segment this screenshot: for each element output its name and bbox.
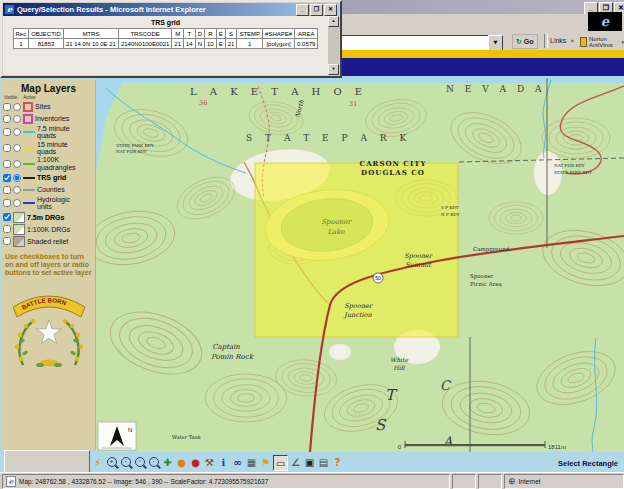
layer-row-inventories: Inventories [2, 112, 95, 124]
svg-text:Hill: Hill [394, 364, 406, 371]
print-tool[interactable]: ▤ [317, 455, 330, 469]
query-results-window: e Query/Selection Results - Microsoft In… [0, 0, 342, 78]
north-arrow: N [98, 422, 136, 450]
layer-row-hydro: Hydrologic units [2, 195, 95, 211]
relief-visible-checkbox[interactable] [3, 237, 11, 245]
find-tool[interactable]: ∞ [231, 455, 244, 469]
label-nevada: N E V A D A [446, 84, 545, 94]
links-chevron-icon[interactable]: » [570, 37, 574, 45]
hammer-tool[interactable]: ⚒ [203, 455, 216, 469]
zoom-in-tool[interactable]: + [105, 455, 118, 469]
layer-row-sites: Sites [2, 100, 95, 112]
svg-text:N: N [128, 427, 132, 433]
hydro-active-radio[interactable] [13, 199, 21, 207]
popup-restore-button[interactable]: ❐ [310, 4, 323, 16]
sites-visible-checkbox[interactable] [3, 103, 11, 111]
100kquads-active-radio[interactable] [13, 160, 21, 168]
zoom-out-tool[interactable]: - [119, 455, 132, 469]
identify-tool[interactable]: ℹ [217, 455, 230, 469]
popup-scrollbar[interactable]: ▲ ▼ [328, 16, 339, 75]
label-section-31: 31 [349, 100, 357, 108]
zoom-extent-tool[interactable]: · [147, 455, 160, 469]
refresh-tool[interactable]: ⚡ [91, 455, 104, 469]
trsgrid-legend-icon [23, 177, 35, 179]
label-captain-pomin: Captain [212, 343, 240, 351]
100kdrgs-visible-checkbox[interactable] [3, 225, 11, 233]
zoom-box-tool[interactable]: ▫ [133, 455, 146, 469]
svg-text:Pomin Rock: Pomin Rock [211, 353, 255, 361]
go-icon: ↻ [516, 38, 522, 45]
scroll-up-icon[interactable]: ▲ [328, 16, 339, 27]
label-lake-tahoe: L A K E T A H O E [190, 86, 367, 97]
label-spooner-junction: Spooner [344, 302, 372, 310]
map-layers-panel: Map Layers VisibleActive Sites Inventori… [2, 80, 96, 450]
75quads-active-radio[interactable] [13, 128, 21, 136]
pan-tool[interactable]: ✚ [161, 455, 174, 469]
relief-thumbnail-icon [13, 236, 25, 247]
address-dropdown-icon[interactable]: ▼ [488, 35, 503, 51]
inventories-visible-checkbox[interactable] [3, 115, 11, 123]
results-data-row: 181853 21 14.0N 10.0E 212140N0100E0021 2… [13, 39, 318, 49]
results-table-title: TRS grid [3, 19, 328, 26]
hydro-legend-icon [23, 202, 35, 204]
svg-text:Summit: Summit [405, 261, 432, 269]
popup-close-button[interactable]: ✕ [324, 4, 337, 16]
norton-antivirus-button[interactable]: Norton AntiVirus ▾ [580, 36, 624, 48]
label-white-hill: White [390, 356, 408, 363]
toolbar-separator [544, 34, 548, 48]
map-canvas[interactable]: 50 L A K E T A H O E N E V A D A S T A T… [96, 78, 624, 452]
inventories-active-radio[interactable] [13, 115, 21, 123]
100kquads-visible-checkbox[interactable] [3, 160, 11, 168]
label-douglas-co: DOUGLAS CO [361, 168, 425, 177]
layer-row-15quads: 15 minute quads [2, 140, 95, 156]
sites-legend-icon [23, 102, 33, 112]
trsgrid-active-radio[interactable] [13, 174, 21, 182]
trsgrid-visible-checkbox[interactable] [3, 174, 11, 182]
svg-text:STATE PARK BDY: STATE PARK BDY [554, 170, 592, 175]
query-results-content: TRS grid RecOBJECTID MTRSTRSCODE MT DR E… [3, 16, 328, 75]
page-icon: e [6, 476, 16, 487]
status-cell-1 [452, 474, 476, 489]
counties-visible-checkbox[interactable] [3, 186, 11, 194]
scroll-down-icon[interactable]: ▼ [328, 64, 339, 75]
layer-row-counties: Counties [2, 183, 95, 195]
layer-row-100kdrgs: 1:100K DRGs [2, 223, 95, 235]
status-zone: ⊕ Internet [504, 474, 624, 489]
counties-active-radio[interactable] [13, 186, 21, 194]
window-title: Query/Selection Results - Microsoft Inte… [17, 5, 295, 14]
100kquads-legend-icon [23, 163, 35, 165]
status-cell-2 [478, 474, 502, 489]
silver-star [36, 320, 61, 344]
ie-logo-icon: e [588, 12, 622, 31]
15quads-active-radio[interactable] [13, 144, 21, 152]
hydro-visible-checkbox[interactable] [3, 199, 11, 207]
layer-row-75drgs: 7.5m DRGs [2, 211, 95, 223]
select-rectangle-tool[interactable]: ▭ [273, 455, 288, 471]
image-tool[interactable]: ▣ [303, 455, 316, 469]
results-table: RecOBJECTID MTRSTRSCODE MT DR ES STEMP#S… [13, 28, 319, 49]
links-label[interactable]: Links [550, 37, 566, 44]
us50-shield-number: 50 [375, 275, 381, 281]
globe-icon: ⊕ [508, 477, 516, 486]
layer-instructions: Use checkboxes to turn on and off layers… [5, 253, 92, 277]
go-button[interactable]: ↻ Go [512, 34, 538, 49]
alert-tool[interactable]: ● [189, 455, 202, 469]
75drgs-thumbnail-icon [13, 212, 25, 223]
svg-text:N F BDY: N F BDY [441, 212, 460, 217]
label-state-park: S T A T E P A R K [246, 133, 411, 143]
sites-active-radio[interactable] [13, 103, 21, 111]
measure-tool[interactable]: ∠ [289, 455, 302, 469]
timer-tool[interactable]: ● [175, 455, 188, 469]
query-results-titlebar[interactable]: e Query/Selection Results - Microsoft In… [3, 3, 339, 16]
flag-tool[interactable]: ⚑ [259, 455, 272, 469]
label-picnic-area: Spooner [470, 273, 494, 280]
help-tool[interactable]: ? [331, 455, 344, 469]
map-viewport[interactable]: 50 L A K E T A H O E N E V A D A S T A T… [96, 78, 624, 454]
nevada-emblem: BATTLE BORN [7, 281, 91, 373]
75drgs-visible-checkbox[interactable] [3, 213, 11, 221]
label-campground: Campground [473, 246, 510, 253]
75quads-visible-checkbox[interactable] [3, 128, 11, 136]
select-table-tool[interactable]: ▦ [245, 455, 258, 469]
popup-minimize-button[interactable]: _ [296, 4, 309, 16]
15quads-visible-checkbox[interactable] [3, 144, 11, 152]
